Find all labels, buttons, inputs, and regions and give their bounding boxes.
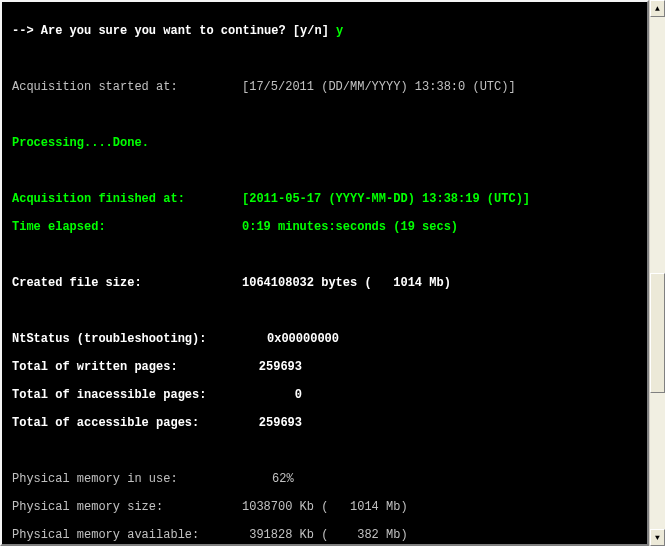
mem-size-line: Physical memory size:1038700 Kb ( 1014 M… [12,500,637,514]
memsize-label: Physical memory size: [12,500,242,514]
start-label: Acquisition started at: [12,80,242,94]
scrollbar-track[interactable] [650,17,665,529]
elapsed-line: Time elapsed:0:19 minutes:seconds (19 se… [12,220,637,234]
finish-value: [2011-05-17 (YYYY-MM-DD) 13:38:19 (UTC)] [242,192,530,206]
scroll-up-icon: ▲ [655,4,660,13]
acquisition-start-line: Acquisition started at:[17/5/2011 (DD/MM… [12,80,637,94]
ntstatus-value: 0x00000000 [267,332,339,346]
written-line: Total of written pages:259693 [12,360,637,374]
elapsed-label: Time elapsed: [12,220,242,234]
memavail-value: 391828 Kb ( 382 Mb) [242,528,408,542]
prompt-answer[interactable]: y [336,24,343,38]
terminal-output: --> Are you sure you want to continue? [… [0,0,649,546]
processing-line: Processing....Done. [12,136,637,150]
start-value: [17/5/2011 (DD/MM/YYYY) 13:38:0 (UTC)] [242,80,516,94]
acc-label: Total of accessible pages: [12,416,227,430]
accessible-line: Total of accessible pages:259693 [12,416,637,430]
memsize-value: 1038700 Kb ( 1014 Mb) [242,500,408,514]
scrollbar-thumb[interactable] [650,273,665,393]
prompt-prefix: --> [12,24,41,38]
vertical-scrollbar[interactable]: ▲ ▼ [649,0,665,546]
scroll-down-icon: ▼ [655,533,660,542]
processing-label: Processing.... [12,136,113,150]
scroll-down-button[interactable]: ▼ [650,529,665,546]
meminuse-label: Physical memory in use: [12,472,272,486]
mem-inuse-line: Physical memory in use:62% [12,472,637,486]
written-label: Total of written pages: [12,360,227,374]
acquisition-finish-line: Acquisition finished at:[2011-05-17 (YYY… [12,192,637,206]
mem-avail-line: Physical memory available: 391828 Kb ( 3… [12,528,637,542]
filesize-label: Created file size: [12,276,242,290]
memavail-label: Physical memory available: [12,528,242,542]
written-value: 259693 [227,360,302,374]
inaccessible-line: Total of inacessible pages:0 [12,388,637,402]
inacc-value: 0 [227,388,302,402]
scroll-up-button[interactable]: ▲ [650,0,665,17]
processing-done: Done. [113,136,149,150]
filesize-line: Created file size:1064108032 bytes ( 101… [12,276,637,290]
ntstatus-line: NtStatus (troubleshooting):0x00000000 [12,332,637,346]
inacc-label: Total of inacessible pages: [12,388,227,402]
acc-value: 259693 [227,416,302,430]
meminuse-value: 62% [272,472,294,486]
elapsed-value: 0:19 minutes:seconds (19 secs) [242,220,458,234]
prompt-line: --> Are you sure you want to continue? [… [12,24,637,38]
prompt-question: Are you sure you want to continue? [y/n] [41,24,336,38]
ntstatus-label: NtStatus (troubleshooting): [12,332,267,346]
finish-label: Acquisition finished at: [12,192,242,206]
filesize-value: 1064108032 bytes ( 1014 Mb) [242,276,451,290]
